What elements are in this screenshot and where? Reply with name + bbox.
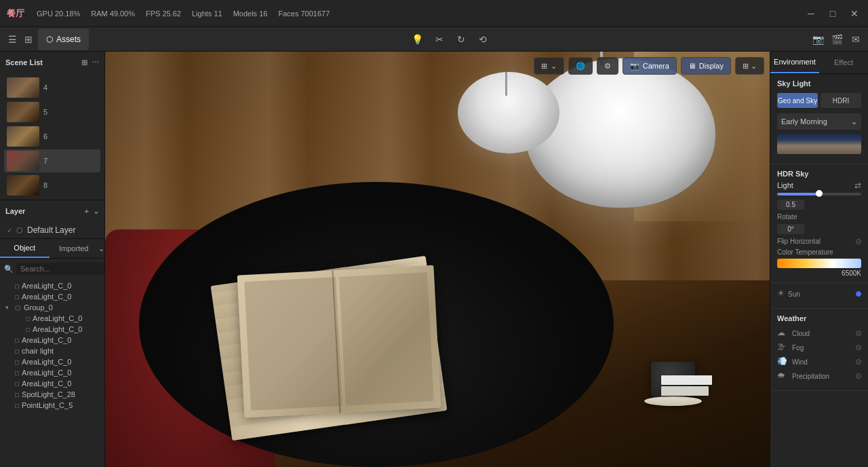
scene-more-icon[interactable]: ⋯ [92, 58, 99, 67]
transform-icon: ⊞ [541, 62, 547, 71]
tab-more[interactable]: ⌄ [98, 239, 104, 258]
sky-light-section: Sky Light Geo and Sky HDRI Early Morning… [770, 74, 868, 164]
close-icon[interactable]: ✕ [848, 7, 861, 20]
mesh-icon: □ [15, 348, 19, 355]
camera-btn[interactable]: 📷 Camera [623, 57, 677, 75]
screenshot-icon[interactable]: 📷 [811, 33, 825, 46]
tree-item-chairlight[interactable]: □ chair light [3, 345, 102, 356]
mesh-icon: □ [15, 337, 19, 344]
scene-thumb-7 [7, 151, 39, 171]
tab-imported[interactable]: Imported [50, 239, 99, 258]
viewport-overlay: ⊞ ⌄ 🌐 ⚙ 📷 Camera 🖥 Display ⊞ ⌄ [534, 57, 764, 75]
scene-num-5: 5 [43, 108, 47, 116]
display-icon: 🖥 [688, 62, 696, 70]
tree-item-arealight-2[interactable]: □ AreaLight_C_0 [3, 291, 102, 302]
tree-item-arealight-4[interactable]: □ AreaLight_C_0 [3, 324, 102, 335]
item-label: AreaLight_C_0 [22, 336, 71, 344]
scene-item-7[interactable]: 7 [4, 149, 100, 172]
tree-item-arealight-3[interactable]: □ AreaLight_C_0 [3, 313, 102, 324]
layer-add-icon[interactable]: + [85, 207, 89, 216]
color-temp-bar[interactable] [777, 259, 861, 268]
menu-icon[interactable]: ☰ [5, 33, 19, 46]
move-tool-icon[interactable]: ✂ [433, 33, 446, 46]
tree-item-spotlight[interactable]: □ SpotLight_C_28 [3, 389, 102, 400]
layer-more-icon[interactable]: ⌄ [93, 207, 99, 216]
item-label: AreaLight_C_0 [33, 325, 82, 333]
sun-toggle[interactable] [856, 291, 861, 297]
layer-title: Layer [5, 207, 25, 215]
tree-item-arealight-1[interactable]: □ AreaLight_C_0 [3, 280, 102, 291]
dropdown-arrow: ⌄ [851, 117, 857, 126]
tab-effect[interactable]: Effect [819, 52, 868, 73]
video-icon[interactable]: 🎬 [830, 33, 844, 46]
tree-item-arealight-7[interactable]: □ AreaLight_C_0 [3, 367, 102, 378]
assets-tab[interactable]: ⬡ Assets [38, 29, 89, 50]
tab-environment[interactable]: Environment [770, 52, 819, 73]
transform-label: ⌄ [551, 62, 557, 71]
tree-item-arealight-6[interactable]: □ AreaLight_C_0 [3, 356, 102, 367]
hdr-sky-section: HDR Sky Light ⇄ 0.5 Rotate 0° Fli [770, 164, 868, 283]
light-slider-thumb[interactable] [816, 190, 823, 197]
tree-item-arealight-5[interactable]: □ AreaLight_C_0 [3, 335, 102, 345]
tree-item-arealight-8[interactable]: □ AreaLight_C_0 [3, 378, 102, 389]
magazine-top [237, 265, 441, 418]
mesh-icon: □ [15, 380, 19, 388]
toolbar2-left: ☰ ⊞ ⬡ Assets [0, 29, 94, 50]
settings-btn[interactable]: ⚙ [597, 57, 618, 75]
minimize-icon[interactable]: ─ [804, 7, 818, 20]
models-stat: Models 16 [233, 10, 268, 18]
mesh-icon: □ [26, 315, 30, 322]
cloud-icon: ☁ [777, 328, 788, 339]
wind-icon: 💨 [777, 356, 788, 367]
restore-icon[interactable]: □ [826, 7, 840, 20]
light-adjust-icon[interactable]: ⇄ [854, 181, 861, 190]
geo-sky-btn[interactable]: Geo and Sky [777, 93, 818, 108]
lamp-small [458, 72, 580, 181]
cloud-toggle[interactable] [856, 331, 861, 336]
fog-toggle[interactable] [856, 345, 861, 350]
viewport[interactable]: ⊞ ⌄ 🌐 ⚙ 📷 Camera 🖥 Display ⊞ ⌄ [105, 52, 770, 467]
hdri-btn[interactable]: HDRI [821, 93, 861, 108]
layer-check-icon: ✓ [7, 227, 12, 234]
mesh-icon: □ [15, 293, 19, 301]
layer-default[interactable]: ✓ ⬡ Default Layer [4, 223, 100, 237]
env-tabs: Environment Effect [770, 52, 868, 74]
item-label: AreaLight_C_0 [22, 369, 71, 377]
precipitation-toggle[interactable] [856, 373, 861, 379]
light-header: Light ⇄ [777, 181, 861, 190]
tree-item-pointlight[interactable]: □ PointLight_C_5 [3, 400, 102, 411]
item-label: PointLight_C_5 [22, 401, 73, 409]
display-btn[interactable]: 🖥 Display [681, 57, 731, 75]
rotate-value-row: 0° [777, 224, 861, 234]
reset-tool-icon[interactable]: ⟲ [476, 33, 490, 46]
tab-object[interactable]: Object [0, 239, 50, 258]
mesh-icon: □ [15, 369, 19, 377]
world-btn[interactable]: 🌐 [568, 57, 593, 75]
scene-item-4[interactable]: 4 [4, 76, 100, 99]
layer-header: Layer + ⌄ [0, 200, 104, 222]
view-options-btn[interactable]: ⊞ ⌄ [735, 57, 764, 75]
new-scene-icon[interactable]: ⊞ [22, 33, 35, 46]
scene-item-5[interactable]: 5 [4, 100, 100, 124]
light-tool-icon[interactable]: 💡 [411, 33, 425, 46]
light-slider[interactable] [777, 193, 861, 195]
layer-panel: Layer + ⌄ ✓ ⬡ Default Layer [0, 200, 104, 239]
wind-item: 💨 Wind [777, 356, 861, 367]
share-icon[interactable]: ✉ [849, 33, 863, 46]
color-temp-marker [834, 259, 835, 268]
wind-toggle[interactable] [856, 359, 861, 365]
scene-item-8[interactable]: 8 [4, 174, 100, 197]
scene-thumbnails: 4 5 6 7 8 [0, 73, 104, 200]
scene-thumb-8 [7, 175, 39, 195]
sky-preset-dropdown[interactable]: Early Morning ⌄ [777, 113, 861, 130]
flip-toggle[interactable] [856, 239, 861, 244]
tree-item-group0[interactable]: ▾ ⬡ Group_0 [3, 302, 102, 313]
color-temp-value: 6500K [777, 269, 861, 277]
light-slider-row [777, 193, 861, 195]
scene-item-6[interactable]: 6 [4, 125, 100, 148]
scene-add-icon[interactable]: ⊞ [81, 58, 87, 67]
search-input[interactable] [16, 263, 104, 275]
transform-btn[interactable]: ⊞ ⌄ [534, 57, 564, 75]
rotate-tool-icon[interactable]: ↻ [454, 33, 468, 46]
light-value: 0.5 [777, 200, 804, 210]
